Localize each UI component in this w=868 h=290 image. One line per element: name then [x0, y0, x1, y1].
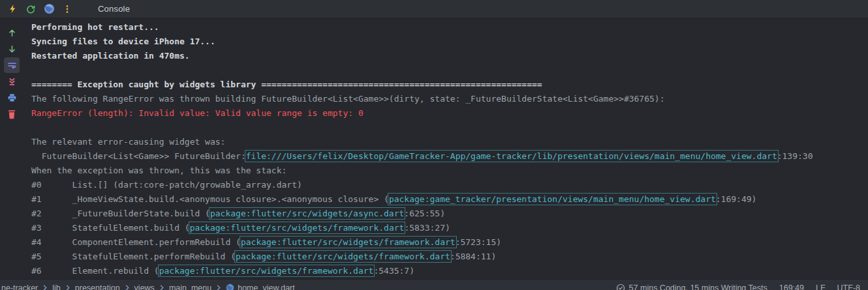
console-text: :139:30 — [777, 151, 813, 161]
console-text: FutureBuilder<List<Game>> FutureBuilder: — [31, 151, 246, 161]
console-line: #1 _HomeViewState.build.<anonymous closu… — [31, 192, 868, 207]
print-icon[interactable] — [4, 90, 20, 106]
breadcrumb-file-label: home_view.dart — [238, 283, 295, 290]
console-text: #0 List.[] (dart:core-patch/growable_arr… — [31, 180, 302, 190]
stack-trace-link[interactable]: package:game_tracker/presentation/views/… — [389, 194, 716, 204]
chevron-right-icon — [125, 285, 130, 290]
console-line: When the exception was thrown, this was … — [31, 164, 868, 178]
console-text: :5723:15) — [456, 237, 501, 247]
chevron-right-icon — [216, 285, 221, 290]
console-text: :169:49) — [716, 194, 757, 204]
console-text: Performing hot restart... — [31, 22, 159, 32]
console-text: Restarted application in 470ms. — [31, 51, 190, 61]
breadcrumb-item[interactable]: ne-tracker — [1, 283, 38, 290]
stack-trace-link[interactable]: package:flutter/src/widgets/framework.da… — [241, 237, 456, 247]
stack-trace-link[interactable]: package:flutter/src/widgets/framework.da… — [159, 266, 374, 276]
breadcrumb-item[interactable]: presentation — [75, 283, 120, 290]
console-gutter — [0, 18, 23, 279]
kebab-menu-icon[interactable] — [60, 2, 74, 16]
console-toolbar: Console — [0, 0, 868, 18]
stack-trace-link[interactable]: file:///Users/felix/Desktop/GameTracker-… — [246, 151, 777, 161]
console-text: :625:55) — [404, 209, 445, 218]
clock-check-icon — [616, 283, 625, 290]
console-text: #1 _HomeViewState.build.<anonymous closu… — [31, 194, 389, 204]
console-line: #4 ComponentElement.performRebuild (pack… — [31, 235, 868, 250]
console-line: Performing hot restart... — [31, 20, 868, 35]
chevron-right-icon — [65, 285, 70, 290]
breadcrumb-item[interactable]: main_menu — [169, 283, 211, 290]
time-tracking-widget[interactable]: 57 mins Coding, 15 mins Writing Tests — [616, 283, 767, 290]
breadcrumb-item-file[interactable]: home_view.dart — [226, 283, 295, 290]
stack-trace-link[interactable]: package:flutter/src/widgets/async.dart — [210, 209, 404, 218]
console-text: ======== Exception caught by widgets lib… — [31, 80, 542, 89]
console-text: #2 _FutureBuilderState.build ( — [31, 209, 210, 218]
time-tracking-label: 57 mins Coding, 15 mins Writing Tests — [629, 283, 767, 290]
console-text: #6 Element.rebuild ( — [31, 266, 159, 276]
console-output: Performing hot restart...Syncing files t… — [23, 18, 868, 279]
console-line: #5 StatefulElement.performRebuild (packa… — [31, 250, 868, 264]
file-encoding[interactable]: UTF-8 — [837, 283, 860, 290]
tab-console[interactable]: Console — [98, 4, 130, 14]
console-text: #4 ComponentElement.performRebuild ( — [31, 237, 241, 247]
console-line — [31, 63, 868, 78]
stack-trace-link[interactable]: package:flutter/src/widgets/framework.da… — [236, 252, 450, 261]
dart-file-icon — [226, 283, 234, 290]
breadcrumb-item[interactable]: views — [134, 283, 155, 290]
scroll-down-icon[interactable] — [4, 41, 20, 57]
chevron-right-icon — [42, 285, 48, 290]
console-line: Restarted application in 470ms. — [31, 49, 868, 63]
dart-icon[interactable] — [42, 2, 56, 16]
console-line: FutureBuilder<List<Game>> FutureBuilder:… — [31, 149, 868, 164]
status-right: 57 mins Coding, 15 mins Writing Tests 16… — [616, 283, 860, 290]
chevron-right-icon — [159, 285, 164, 290]
console-text: :5435:7) — [373, 266, 414, 276]
console-text: Syncing files to device iPhone 17... — [31, 36, 215, 46]
hot-restart-icon[interactable] — [23, 2, 38, 16]
console-text: RangeError (length): Invalid value: Vali… — [31, 108, 364, 118]
status-bar: ne-trackerlibpresentationviewsmain_menu … — [0, 279, 868, 290]
scroll-up-icon[interactable] — [4, 25, 20, 40]
stack-trace-link[interactable]: package:flutter/src/widgets/framework.da… — [190, 223, 405, 233]
console-line: #6 Element.rebuild (package:flutter/src/… — [31, 264, 868, 278]
console-text: The following RangeError was thrown buil… — [31, 94, 665, 104]
breadcrumb-item[interactable]: lib — [52, 283, 61, 290]
scroll-to-end-icon[interactable] — [4, 74, 20, 89]
console-text: :5884:11) — [450, 252, 496, 261]
console-line: #2 _FutureBuilderState.build (package:fl… — [31, 207, 868, 221]
breadcrumb: ne-trackerlibpresentationviewsmain_menu … — [1, 283, 295, 290]
console-line: RangeError (length): Invalid value: Vali… — [31, 106, 868, 121]
console-line: #3 StatefulElement.build (package:flutte… — [31, 221, 868, 235]
flash-icon[interactable] — [5, 2, 20, 16]
console-line: #0 List.[] (dart:core-patch/growable_arr… — [31, 178, 868, 192]
console-line — [31, 121, 868, 135]
soft-wrap-icon[interactable] — [4, 57, 20, 73]
console-text: #3 StatefulElement.build ( — [31, 223, 190, 233]
console-text: #5 StatefulElement.performRebuild ( — [31, 252, 236, 261]
console-text: :5833:27) — [404, 223, 450, 233]
console-line: ======== Exception caught by widgets lib… — [31, 78, 868, 92]
line-separator[interactable]: LF — [816, 283, 826, 290]
console-line: The relevant error-causing widget was: — [31, 135, 868, 149]
console-text: The relevant error-causing widget was: — [31, 137, 225, 147]
caret-position[interactable]: 169:49 — [779, 283, 804, 290]
console-panel: Performing hot restart...Syncing files t… — [0, 18, 868, 279]
console-text: When the exception was thrown, this was … — [31, 166, 287, 175]
console-line: Syncing files to device iPhone 17... — [31, 35, 868, 49]
console-line: The following RangeError was thrown buil… — [31, 92, 868, 106]
clear-console-icon[interactable] — [4, 106, 20, 122]
